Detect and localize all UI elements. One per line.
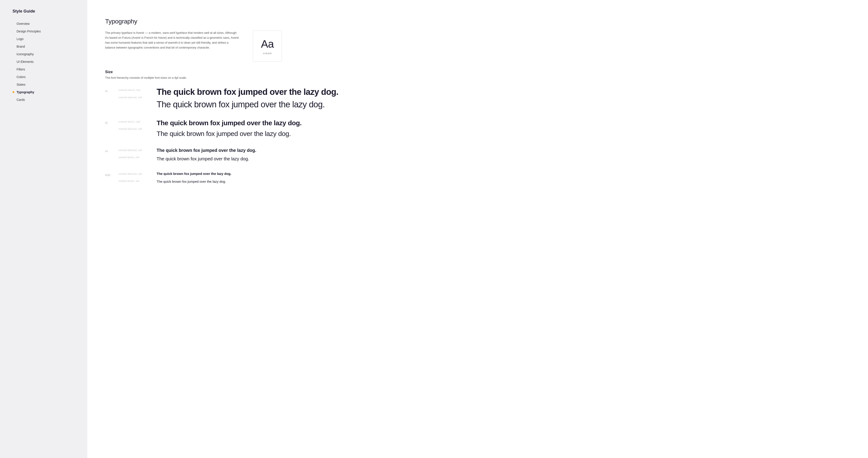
font-preview-card: Aa AVENIR [253, 30, 282, 62]
type-sample: The quick brown fox jumped over the lazy… [157, 156, 850, 161]
sidebar-item-cards[interactable]: Cards [0, 96, 87, 103]
type-tag-h2: h2 [105, 119, 119, 125]
section-description: The primary typeface is Avenir — a moder… [105, 30, 239, 50]
type-spec-label: AVENIR HEAVY, 28P [119, 121, 157, 124]
dot-placeholder [12, 45, 14, 47]
type-block-h2: h2AVENIR HEAVY, 28PAVENIR MEDIUM, 28PThe… [105, 119, 850, 138]
type-samples-h3: The quick brown fox jumped over the lazy… [157, 148, 850, 161]
sidebar-item-typography[interactable]: Typography [0, 88, 87, 96]
type-samples-h1: The quick brown fox jumped over the lazy… [157, 88, 850, 109]
type-spec-label: AVENIR HEAVY, 32P [119, 89, 157, 92]
sidebar-item-label: States [17, 83, 26, 86]
sidebar-item-logo[interactable]: Logo [0, 35, 87, 43]
type-sample: The quick brown fox jumped over the lazy… [157, 148, 850, 153]
type-specs-h3: AVENIR MEDIUM, 20PAVENIR BOOK, 20P [119, 148, 157, 159]
dot-placeholder [12, 30, 14, 32]
type-tag-h3: h3 [105, 148, 119, 153]
sidebar-nav: OverviewDesign PrinciplesLogoBrandIconog… [0, 20, 87, 103]
type-rows-container: h1AVENIR HEAVY, 32PAVENIR MEDIUM, 32PThe… [105, 88, 850, 184]
sidebar-item-brand[interactable]: Brand [0, 43, 87, 50]
sidebar-item-colors[interactable]: Colors [0, 73, 87, 81]
type-samples-body: The quick brown fox jumped over the lazy… [157, 171, 850, 184]
type-specs-body: AVENIR MEDIUM, 16PAVENIR BOOK, 16P [119, 171, 157, 183]
sidebar-item-ui-elements[interactable]: UI Elements [0, 58, 87, 66]
dot-placeholder [12, 76, 14, 78]
sidebar-item-filters[interactable]: Filters [0, 66, 87, 73]
type-spec-label: AVENIR MEDIUM, 16P [119, 173, 157, 175]
font-preview-label: AVENIR [263, 52, 272, 55]
sidebar: Style Guide OverviewDesign PrinciplesLog… [0, 0, 87, 458]
type-spec-label: AVENIR MEDIUM, 28P [119, 128, 157, 131]
dot-placeholder [12, 53, 14, 55]
sidebar-item-label: Typography [17, 90, 34, 94]
main-content: Typography The primary typeface is Aveni… [87, 0, 868, 458]
sidebar-item-label: Colors [17, 75, 26, 79]
type-tag-label: h2 [105, 122, 108, 124]
type-sample: The quick brown fox jumped over the lazy… [157, 179, 850, 184]
type-sample: The quick brown fox jumped over the lazy… [157, 171, 850, 176]
dot-placeholder [12, 84, 14, 86]
type-sample: The quick brown fox jumped over the lazy… [157, 100, 850, 109]
type-block-h3: h3AVENIR MEDIUM, 20PAVENIR BOOK, 20PThe … [105, 148, 850, 161]
type-samples-h2: The quick brown fox jumped over the lazy… [157, 119, 850, 138]
type-specs-h1: AVENIR HEAVY, 32PAVENIR MEDIUM, 32P [119, 88, 157, 99]
sidebar-title: Style Guide [0, 9, 87, 20]
type-block-h1: h1AVENIR HEAVY, 32PAVENIR MEDIUM, 32PThe… [105, 88, 850, 109]
type-tag-h1: h1 [105, 88, 119, 93]
type-specs-h2: AVENIR HEAVY, 28PAVENIR MEDIUM, 28P [119, 119, 157, 131]
section-header-row: The primary typeface is Avenir — a moder… [105, 30, 850, 62]
sidebar-item-label: Brand [17, 45, 25, 48]
dot-placeholder [12, 23, 14, 25]
sidebar-item-label: Overview [17, 22, 30, 26]
type-spec-label: AVENIR BOOK, 16P [119, 180, 157, 183]
sidebar-item-label: Cards [17, 98, 25, 101]
dot-placeholder [12, 61, 14, 63]
type-tag-body: body [105, 171, 119, 177]
font-preview-glyph: Aa [261, 38, 274, 50]
type-tag-label: h3 [105, 150, 108, 153]
type-block-body: bodyAVENIR MEDIUM, 16PAVENIR BOOK, 16PTh… [105, 171, 850, 184]
size-section-title: Size [105, 70, 850, 74]
sidebar-item-design-principles[interactable]: Design Principles [0, 28, 87, 35]
type-spec-label: AVENIR MEDIUM, 20P [119, 149, 157, 152]
sidebar-item-label: Logo [17, 37, 24, 41]
type-sample: The quick brown fox jumped over the lazy… [157, 119, 850, 127]
sidebar-item-label: Iconography [17, 52, 34, 56]
type-spec-label: AVENIR MEDIUM, 32P [119, 96, 157, 99]
sidebar-item-label: Filters [17, 68, 25, 71]
dot-placeholder [12, 68, 14, 70]
page-title: Typography [105, 18, 850, 25]
type-tag-label: body [105, 174, 110, 176]
type-sample: The quick brown fox jumped over the lazy… [157, 130, 850, 138]
dot-placeholder [12, 38, 14, 40]
active-dot-icon [12, 91, 14, 93]
sidebar-item-overview[interactable]: Overview [0, 20, 87, 28]
type-spec-label: AVENIR BOOK, 20P [119, 156, 157, 159]
dot-placeholder [12, 99, 14, 101]
sidebar-item-label: UI Elements [17, 60, 34, 64]
sidebar-item-label: Design Principles [17, 30, 41, 33]
type-tag-label: h1 [105, 90, 108, 92]
type-sample: The quick brown fox jumped over the lazy… [157, 88, 850, 97]
sidebar-item-states[interactable]: States [0, 81, 87, 88]
size-section-desc: The font hierarchy consists of multiple … [105, 76, 850, 79]
sidebar-item-iconography[interactable]: Iconography [0, 50, 87, 58]
